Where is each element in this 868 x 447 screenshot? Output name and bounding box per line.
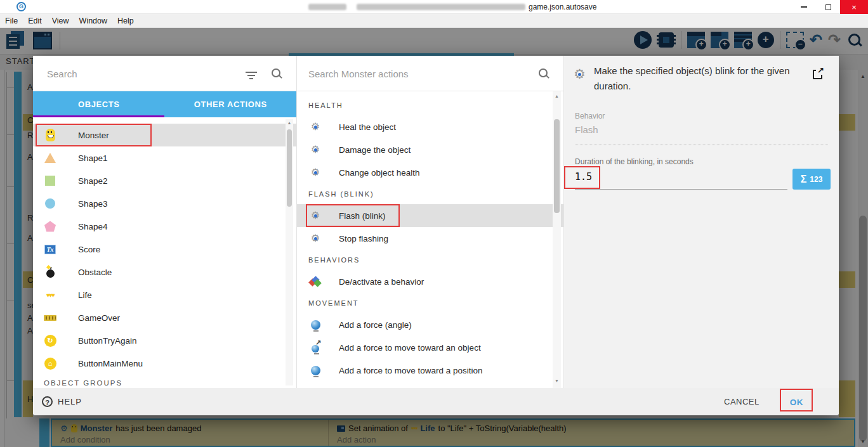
object-search-input[interactable] xyxy=(47,65,231,82)
menu-file[interactable]: File xyxy=(5,16,18,25)
parameters-panel: ⚙ Make the specified object(s) blink for… xyxy=(563,56,839,388)
maximize-icon xyxy=(825,4,831,10)
action-editor-dialog: OBJECTS OTHER ACTIONS Monster Shape1 Sha… xyxy=(33,56,839,415)
gear-icon: ⚙ xyxy=(311,233,320,244)
menu-window[interactable]: Window xyxy=(79,16,107,25)
menu-help[interactable]: Help xyxy=(117,16,134,25)
section-header-movement: MOVEMENT xyxy=(297,293,563,313)
tab-objects[interactable]: OBJECTS xyxy=(33,91,165,117)
menu-bar: File Edit View Window Help xyxy=(0,14,868,28)
maximize-button[interactable] xyxy=(816,0,840,14)
menu-view[interactable]: View xyxy=(52,16,69,25)
objects-panel: OBJECTS OTHER ACTIONS Monster Shape1 Sha… xyxy=(33,56,296,388)
force-toward-object-icon xyxy=(312,345,319,353)
tab-other-actions[interactable]: OTHER ACTIONS xyxy=(165,91,297,117)
gdevelop-window: G game.json.autosave × File Edit View Wi… xyxy=(0,0,868,447)
hearts-icon: ♥♥♥ xyxy=(46,292,54,299)
action-item-heal[interactable]: ⚙ Heal the object xyxy=(297,115,563,138)
dialog-footer: ? HELP CANCEL OK xyxy=(33,388,839,415)
pentagon-icon xyxy=(44,221,56,232)
action-list-scrollbar[interactable] xyxy=(553,91,561,388)
action-gear-icon: ⚙ xyxy=(574,68,586,80)
scroll-up-icon[interactable] xyxy=(286,120,293,125)
object-item-shape4[interactable]: Shape4 xyxy=(33,215,296,238)
filter-icon[interactable] xyxy=(246,72,257,73)
search-icon xyxy=(538,68,549,79)
object-item-life[interactable]: ♥♥♥ Life xyxy=(33,283,296,306)
gameover-sprite-icon xyxy=(44,315,56,321)
object-list-scrollbar[interactable] xyxy=(286,119,293,385)
gear-icon: ⚙ xyxy=(311,167,320,178)
duration-field-row: Σ 123 xyxy=(564,167,839,193)
action-list: HEALTH ⚙ Heal the object ⚙ Damage the ob… xyxy=(297,91,563,388)
square-icon xyxy=(45,176,55,186)
duration-label: Duration of the blinking, in seconds xyxy=(575,157,694,166)
action-item-force-toward-position[interactable]: Add a force to move toward a position xyxy=(297,359,563,382)
action-item-deactivate-behavior[interactable]: De/activate a behavior xyxy=(297,270,563,293)
gdevelop-logo-icon: G xyxy=(16,2,26,11)
window-controls: × xyxy=(792,0,868,14)
window-title: game.json.autosave xyxy=(529,3,596,11)
gear-icon: ⚙ xyxy=(311,210,320,221)
object-groups-header: OBJECT GROUPS xyxy=(33,375,296,387)
scrollbar-thumb[interactable] xyxy=(287,129,292,207)
close-button[interactable]: × xyxy=(840,0,868,14)
minimize-icon xyxy=(801,6,807,8)
help-button[interactable]: ? HELP xyxy=(42,396,82,407)
object-item-score[interactable]: Tx Score xyxy=(33,238,296,261)
bomb-icon xyxy=(46,269,55,278)
action-search-input[interactable] xyxy=(308,65,492,82)
behavior-icon xyxy=(310,276,321,287)
actions-panel: HEALTH ⚙ Heal the object ⚙ Damage the ob… xyxy=(296,56,563,388)
object-item-monster[interactable]: Monster xyxy=(33,124,296,146)
expression-editor-button[interactable]: Σ 123 xyxy=(792,169,831,190)
object-item-gameover[interactable]: GameOver xyxy=(33,306,296,329)
monster-icon xyxy=(46,129,55,141)
scroll-up-icon[interactable] xyxy=(553,94,561,98)
scroll-down-icon[interactable] xyxy=(553,379,561,383)
object-item-shape3[interactable]: Shape3 xyxy=(33,192,296,215)
action-item-force-toward-object[interactable]: Add a force to move toward an object xyxy=(297,336,563,359)
section-header-health: HEALTH xyxy=(297,95,563,115)
duration-input[interactable] xyxy=(575,171,638,183)
home-button-icon: ⌂ xyxy=(44,358,56,370)
gear-icon: ⚙ xyxy=(311,121,320,133)
section-header-behaviors: BEHAVIORS xyxy=(297,250,563,270)
force-icon xyxy=(311,366,320,375)
title-bar: G game.json.autosave × xyxy=(0,0,868,14)
minimize-button[interactable] xyxy=(792,0,816,14)
field-underline xyxy=(575,189,787,190)
object-tabs: OBJECTS OTHER ACTIONS xyxy=(33,91,296,117)
object-item-buttontryagain[interactable]: ↻ ButtonTryAgain xyxy=(33,329,296,352)
field-divider xyxy=(575,145,828,145)
action-description: Make the specified object(s) blink for t… xyxy=(594,63,813,94)
action-search-row xyxy=(297,56,563,91)
action-item-damage[interactable]: ⚙ Damage the object xyxy=(297,138,563,161)
gear-icon: ⚙ xyxy=(311,144,320,155)
close-icon: × xyxy=(852,3,857,12)
active-tab-underline xyxy=(33,115,164,117)
menu-edit[interactable]: Edit xyxy=(28,16,42,25)
ok-button[interactable]: OK xyxy=(790,398,803,407)
search-icon xyxy=(271,68,282,79)
object-item-shape2[interactable]: Shape2 xyxy=(33,169,296,192)
open-arrow-glyph: ↗ xyxy=(816,65,824,75)
behavior-value: Flash xyxy=(575,124,598,135)
open-in-new-icon[interactable]: ↗ xyxy=(813,70,822,79)
action-item-stop-flashing[interactable]: ⚙ Stop flashing xyxy=(297,227,563,250)
action-item-partial[interactable] xyxy=(297,382,563,388)
object-item-obstacle[interactable]: Obstacle xyxy=(33,261,296,283)
retry-button-icon: ↻ xyxy=(44,335,56,347)
circle-icon xyxy=(45,198,55,209)
behavior-label: Behavior xyxy=(575,112,605,120)
object-item-buttonmainmenu[interactable]: ⌂ ButtonMainMenu xyxy=(33,352,296,375)
triangle-icon xyxy=(44,153,56,163)
scrollbar-thumb[interactable] xyxy=(554,119,560,213)
action-item-flash[interactable]: ⚙ Flash (blink) xyxy=(297,204,563,227)
cancel-button[interactable]: CANCEL xyxy=(724,397,760,406)
help-icon: ? xyxy=(42,396,53,407)
action-item-add-force-angle[interactable]: Add a force (angle) xyxy=(297,313,563,336)
ok-button-wrap: OK xyxy=(784,391,810,413)
object-item-shape1[interactable]: Shape1 xyxy=(33,146,296,169)
action-item-change-health[interactable]: ⚙ Change object health xyxy=(297,161,563,184)
